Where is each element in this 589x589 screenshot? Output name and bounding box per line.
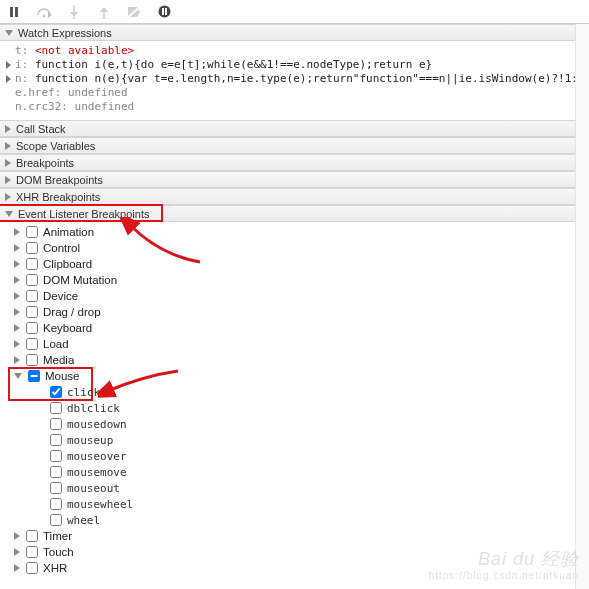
section-xhr-breakpoints[interactable]: XHR Breakpoints <box>0 188 589 205</box>
checkbox[interactable] <box>50 466 62 478</box>
checkbox[interactable] <box>50 514 62 526</box>
chevron-down-icon <box>5 30 13 36</box>
scrollbar-area[interactable] <box>575 24 589 589</box>
chevron-right-icon <box>14 324 20 332</box>
watch-expression-row[interactable]: n: function n(e){var t=e.length,n=ie.typ… <box>6 72 585 86</box>
event-wheel[interactable]: wheel <box>0 512 589 528</box>
event-category-drag-drop[interactable]: Drag / drop <box>0 304 589 320</box>
tree-label: Clipboard <box>43 258 92 270</box>
watch-expression-text: e.href: undefined <box>15 86 128 100</box>
checkbox[interactable] <box>50 418 62 430</box>
checkbox[interactable] <box>26 562 38 574</box>
event-category-dom-mutation[interactable]: DOM Mutation <box>0 272 589 288</box>
svg-point-2 <box>43 14 46 17</box>
section-event-listener-breakpoints[interactable]: Event Listener Breakpoints <box>0 205 589 222</box>
chevron-right-icon <box>5 125 11 133</box>
svg-marker-5 <box>70 12 78 17</box>
event-mousedown[interactable]: mousedown <box>0 416 589 432</box>
tree-label: Device <box>43 290 78 302</box>
checkbox[interactable] <box>26 274 38 286</box>
section-title: Event Listener Breakpoints <box>18 208 149 220</box>
tree-label: mousewheel <box>67 498 133 511</box>
event-mousewheel[interactable]: mousewheel <box>0 496 589 512</box>
chevron-right-icon <box>6 61 11 69</box>
checkbox[interactable] <box>26 530 38 542</box>
tree-label: Timer <box>43 530 72 542</box>
watch-expression-text: t: <not available> <box>15 44 134 58</box>
debugger-toolbar <box>0 0 589 24</box>
chevron-right-icon <box>38 501 44 507</box>
watermark-brand: Bai du 经验 <box>478 549 579 569</box>
watch-expression-row[interactable]: n.crc32: undefined <box>6 100 585 114</box>
tree-label: mouseup <box>67 434 113 447</box>
chevron-right-icon <box>6 75 11 83</box>
checkbox[interactable] <box>26 290 38 302</box>
step-into-icon[interactable] <box>66 4 82 20</box>
tree-label: mouseover <box>67 450 127 463</box>
section-title: Breakpoints <box>16 157 74 169</box>
watch-expression-text: n.crc32: undefined <box>15 100 134 114</box>
chevron-down-icon <box>5 211 13 217</box>
svg-marker-8 <box>100 7 108 12</box>
event-category-animation[interactable]: Animation <box>0 224 589 240</box>
checkbox[interactable] <box>26 546 38 558</box>
chevron-right-icon <box>38 437 44 443</box>
checkbox[interactable] <box>50 482 62 494</box>
event-category-keyboard[interactable]: Keyboard <box>0 320 589 336</box>
checkbox[interactable] <box>26 306 38 318</box>
section-breakpoints[interactable]: Breakpoints <box>0 154 589 171</box>
section-call-stack[interactable]: Call Stack <box>0 120 589 137</box>
section-watch-expressions[interactable]: Watch Expressions <box>0 24 589 41</box>
checkbox[interactable] <box>26 354 38 366</box>
checkbox[interactable] <box>26 242 38 254</box>
step-out-icon[interactable] <box>96 4 112 20</box>
event-listener-tree: AnimationControlClipboardDOM MutationDev… <box>0 222 589 580</box>
checkbox[interactable] <box>50 498 62 510</box>
svg-point-9 <box>103 16 105 18</box>
event-category-device[interactable]: Device <box>0 288 589 304</box>
checkbox[interactable] <box>26 226 38 238</box>
tree-label: mousedown <box>67 418 127 431</box>
checkbox[interactable] <box>50 386 62 398</box>
event-mousemove[interactable]: mousemove <box>0 464 589 480</box>
event-category-control[interactable]: Control <box>0 240 589 256</box>
svg-rect-1 <box>15 7 18 17</box>
tree-label: DOM Mutation <box>43 274 117 286</box>
checkbox[interactable] <box>26 338 38 350</box>
checkbox[interactable] <box>26 258 38 270</box>
watch-expression-row[interactable]: e.href: undefined <box>6 86 585 100</box>
tree-label: Load <box>43 338 69 350</box>
deactivate-breakpoints-icon[interactable] <box>126 4 142 20</box>
event-mouseover[interactable]: mouseover <box>0 448 589 464</box>
watch-expression-row[interactable]: i: function i(e,t){do e=e[t];while(e&&1!… <box>6 58 585 72</box>
event-mouseout[interactable]: mouseout <box>0 480 589 496</box>
checkbox[interactable] <box>50 402 62 414</box>
event-category-clipboard[interactable]: Clipboard <box>0 256 589 272</box>
tree-label: mouseout <box>67 482 120 495</box>
event-category-timer[interactable]: Timer <box>0 528 589 544</box>
event-category-mouse[interactable]: Mouse <box>0 368 589 384</box>
tree-label: XHR <box>43 562 67 574</box>
watch-expressions-body: t: <not available>i: function i(e,t){do … <box>0 41 589 120</box>
step-over-icon[interactable] <box>36 4 52 20</box>
svg-rect-0 <box>10 7 13 17</box>
svg-point-6 <box>73 16 75 18</box>
pause-exceptions-icon[interactable] <box>156 4 172 20</box>
event-category-media[interactable]: Media <box>0 352 589 368</box>
svg-point-12 <box>158 6 170 18</box>
event-dblclick[interactable]: dblclick <box>0 400 589 416</box>
event-mouseup[interactable]: mouseup <box>0 432 589 448</box>
chevron-right-icon <box>38 453 44 459</box>
event-click[interactable]: click <box>0 384 589 400</box>
checkbox[interactable] <box>28 370 40 382</box>
section-title: DOM Breakpoints <box>16 174 103 186</box>
checkbox[interactable] <box>26 322 38 334</box>
checkbox[interactable] <box>50 450 62 462</box>
event-category-load[interactable]: Load <box>0 336 589 352</box>
pause-icon[interactable] <box>6 4 22 20</box>
section-scope-variables[interactable]: Scope Variables <box>0 137 589 154</box>
checkbox[interactable] <box>50 434 62 446</box>
watch-expression-row[interactable]: t: <not available> <box>6 44 585 58</box>
section-dom-breakpoints[interactable]: DOM Breakpoints <box>0 171 589 188</box>
tree-label: click <box>67 386 100 399</box>
